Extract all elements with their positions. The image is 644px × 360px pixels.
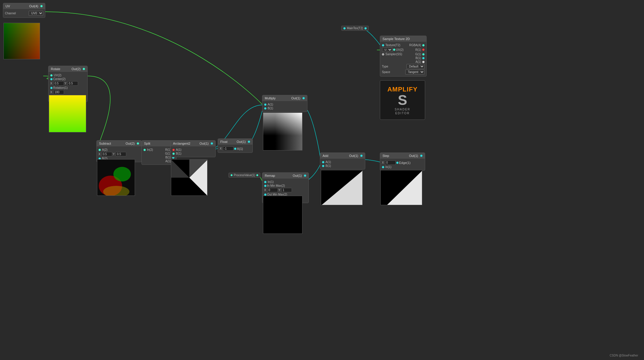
multiply-node: Multiply Out(1) A(1) B(1) (262, 95, 307, 112)
add-preview-svg (321, 170, 363, 205)
remap-y1-input[interactable] (281, 188, 292, 192)
svg-rect-5 (49, 95, 86, 132)
arctan-a-port[interactable] (172, 149, 175, 151)
rotate-out-port[interactable] (83, 68, 85, 70)
maintex-port[interactable] (343, 27, 346, 30)
maintex-out-port[interactable] (364, 27, 367, 30)
rotate-uv-port[interactable] (50, 74, 53, 77)
rotate-title-label: Rotate (51, 67, 60, 71)
remap-x1-input[interactable] (267, 188, 278, 192)
sample-type-row: Type Default (382, 64, 425, 69)
add-out-port[interactable] (360, 155, 363, 157)
remap-in-port[interactable] (264, 181, 266, 183)
arctan-b-port[interactable] (172, 153, 175, 155)
sample-b-row: B(1) (382, 56, 425, 60)
remap-inminmax-port[interactable] (264, 185, 266, 187)
multiply-preview-svg (263, 113, 302, 150)
multiply-out-port[interactable] (302, 97, 305, 99)
multiply-b-row: B(1) (264, 107, 305, 110)
multiply-title-label: Multiply (265, 96, 276, 100)
step-out-port[interactable] (420, 155, 423, 157)
process-value-node: ProcessValue(1) (228, 173, 260, 178)
sample-a-row: A(1) (382, 60, 425, 63)
add-node: Add Out(1) A(1) B(1) (320, 153, 365, 169)
step-edge-port[interactable] (396, 162, 399, 164)
sample-sampler-port[interactable] (382, 53, 384, 56)
arctan-b-row: B(1) (172, 152, 214, 155)
remap-preview (263, 196, 302, 234)
split-g-row: G(1) (143, 152, 174, 155)
rotate-uv-row: UV(2) (50, 74, 86, 77)
subtract-out-port[interactable] (137, 142, 139, 145)
rotate-xy-inputs: X Y (50, 81, 86, 86)
watermark: CSDN @SlowFeather (610, 354, 638, 357)
svg-rect-14 (263, 113, 302, 150)
sample-a-port[interactable] (422, 61, 425, 63)
rotate-preview (49, 95, 86, 132)
remap-out-port[interactable] (304, 174, 306, 177)
rotate-y-input[interactable] (67, 81, 78, 86)
rotate-rotation-port[interactable] (50, 87, 53, 89)
arctan-out-port[interactable] (211, 142, 213, 145)
split-title-label: Split (144, 142, 150, 145)
amplify-subtitle-editor: EDITOR (395, 112, 410, 115)
arctan-title-label: Arctangent2 (173, 142, 190, 145)
sample-r-port[interactable] (422, 49, 425, 51)
add-preview (321, 170, 363, 205)
multiply-b-port[interactable] (264, 107, 266, 110)
uv-node: UV Out(4) Channel UV0 (3, 3, 45, 18)
step-x-input[interactable] (385, 160, 396, 165)
subtract-a-port[interactable] (98, 149, 101, 151)
sample-space-dropdown[interactable]: Tangent (405, 70, 425, 75)
remap-outminmax-port[interactable] (264, 193, 266, 196)
amplify-s-letter: S (398, 93, 407, 107)
subtract-title-label: Subtract (99, 142, 111, 145)
multiply-a-port[interactable] (264, 103, 266, 106)
step-in-port[interactable] (382, 166, 384, 168)
subtract-x-input[interactable] (102, 152, 112, 156)
sample-texture-row: Texture(T2) RGBA(4) (382, 44, 425, 47)
sample-uv-dropdown[interactable]: UV0 (382, 47, 392, 52)
arctan-preview (171, 159, 207, 196)
rotate-center-port[interactable] (50, 78, 53, 80)
amplify-logo: AMPLIFY S SHADER EDITOR (380, 80, 425, 120)
multiply-a-row: A(1) (264, 103, 305, 106)
sample-texture-port[interactable] (382, 44, 384, 46)
process-out-port[interactable] (231, 174, 233, 176)
add-b-port[interactable] (322, 165, 324, 167)
float-value-input[interactable] (223, 146, 233, 151)
sample-type-dropdown[interactable]: Default (406, 64, 425, 69)
rotate-rotation-input[interactable] (53, 90, 64, 94)
split-b-row: B(1) (143, 156, 174, 159)
add-title-label: Add (323, 154, 328, 158)
float-x1-port[interactable] (234, 148, 236, 150)
sample-title-label: Sample Texture 2D (382, 37, 410, 41)
rotate-center-row: Center(2) (50, 77, 86, 81)
rotate-node-title: Rotate Out(2) (49, 66, 87, 72)
subtract-xy-inputs: X Y (98, 152, 140, 156)
step-title-label: Step (382, 154, 389, 158)
subtract-y-input[interactable] (116, 152, 126, 156)
rotate-x-input[interactable] (53, 81, 64, 86)
float-out-port[interactable] (248, 141, 250, 143)
add-a-port[interactable] (322, 161, 324, 163)
split-in-port[interactable] (143, 149, 146, 151)
step-preview-svg (381, 170, 422, 205)
multiply-title: Multiply Out(1) (262, 95, 307, 101)
rotate-rotation-row: Rotation(1) (50, 86, 86, 89)
float-title-label: Float (220, 140, 227, 143)
sample-b-port[interactable] (422, 57, 425, 59)
sample-rgba-port[interactable] (422, 44, 425, 46)
uv-channel-dropdown[interactable]: UV0 (29, 11, 43, 16)
remap-in-row: In(1) (264, 180, 307, 184)
add-body: A(1) B(1) (320, 159, 365, 169)
add-a-row: A(1) (322, 160, 363, 164)
float-title: Float Out(1) (218, 139, 252, 145)
amplify-subtitle-text: SHADER (395, 108, 411, 111)
remap-title-label: Remap (265, 174, 275, 177)
uv-out-port[interactable] (40, 5, 43, 7)
process-out-port2[interactable] (256, 174, 258, 176)
uv-out-label: Out(4) (29, 4, 43, 8)
sample-g-port[interactable] (422, 53, 425, 56)
sample-uv-port[interactable] (393, 49, 395, 51)
